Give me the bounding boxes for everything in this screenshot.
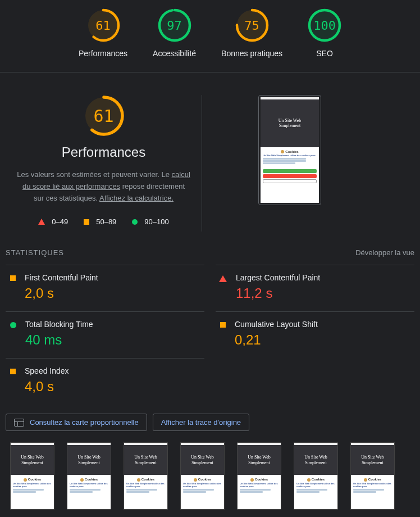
metric-name: Speed Index [25, 366, 204, 375]
summary-gauges: 61 Performances 97 Accessibilité 75 Bonn… [0, 0, 420, 72]
metric-value: 11,2 s [236, 285, 414, 301]
pass-icon [132, 219, 138, 225]
metric-name: Cumulative Layout Shift [235, 320, 414, 329]
perf-description: Les valeurs sont estimées et peuvent var… [11, 169, 196, 204]
perf-score: 61 [83, 95, 125, 137]
metric-tbt[interactable]: Total Blocking Time 40 ms [6, 311, 204, 358]
expand-view-button[interactable]: Développer la vue [355, 248, 414, 257]
filmstrip-frame[interactable]: Un Site WebSimplementCookiesUn Site Web … [180, 442, 225, 510]
filmstrip-frame[interactable]: Un Site WebSimplementCookiesUn Site Web … [350, 442, 395, 510]
filmstrip-frame[interactable]: Un Site WebSimplementCookiesUn Site Web … [67, 442, 111, 510]
gauge-best-practices[interactable]: 75 Bonnes pratiques [221, 8, 282, 58]
trace-button[interactable]: Afficher la trace d'origine [153, 414, 249, 431]
average-icon [10, 369, 16, 374]
filmstrip-frame[interactable]: Un Site WebSimplementCookiesUn Site Web … [237, 442, 281, 510]
gauge-score: 75 [235, 8, 269, 42]
gauge-score: 100 [308, 8, 341, 42]
fail-icon [38, 219, 45, 225]
average-icon [84, 219, 89, 225]
metric-si[interactable]: Speed Index 4,0 s [6, 358, 204, 405]
metric-value: 2,0 s [25, 285, 204, 301]
pass-icon [10, 322, 16, 328]
average-icon [10, 275, 16, 281]
gauge-performance[interactable]: 61 Performances [79, 8, 127, 58]
treemap-button[interactable]: Consultez la carte proportionnelle [6, 414, 147, 431]
actions-row: Consultez la carte proportionnelle Affic… [0, 405, 420, 437]
filmstrip-frame[interactable]: Un Site WebSimplementCookiesUn Site Web … [124, 442, 168, 510]
metric-name: Largest Contentful Paint [236, 273, 414, 282]
gauge-score: 61 [86, 8, 120, 42]
final-screenshot: Un Site Web Simplement Cookies Un Site W… [258, 95, 321, 205]
metric-lcp[interactable]: Largest Contentful Paint 11,2 s [216, 265, 414, 311]
filmstrip-frame[interactable]: Un Site WebSimplementCookiesUn Site Web … [294, 442, 338, 510]
filmstrip: Un Site WebSimplementCookiesUn Site Web … [0, 437, 420, 510]
gauge-accessibility[interactable]: 97 Accessibilité [153, 8, 196, 58]
gauge-label: SEO [316, 49, 333, 58]
stats-heading: STATISTIQUES [6, 248, 64, 257]
gauge-score: 97 [158, 8, 191, 42]
perf-calculator-link[interactable]: Affichez la calculatrice. [99, 194, 174, 202]
metric-value: 40 ms [25, 332, 204, 348]
score-legend: 0–49 50–89 90–100 [11, 217, 196, 226]
average-icon [220, 322, 226, 328]
treemap-icon [14, 419, 24, 427]
filmstrip-frame[interactable]: Un Site WebSimplementCookiesUn Site Web … [10, 442, 54, 510]
perf-title: Performances [11, 144, 196, 160]
metric-name: First Contentful Paint [25, 273, 204, 282]
fail-icon [219, 275, 227, 282]
metric-cls[interactable]: Cumulative Layout Shift 0,21 [216, 311, 414, 358]
metrics-grid: First Contentful Paint 2,0 s Largest Con… [0, 265, 420, 405]
gauge-label: Performances [79, 49, 127, 58]
metric-name: Total Blocking Time [25, 320, 204, 329]
performance-section: 61 Performances Les valeurs sont estimée… [0, 72, 420, 248]
metric-value: 0,21 [235, 332, 414, 348]
gauge-label: Bonnes pratiques [221, 49, 282, 58]
metric-value: 4,0 s [25, 379, 204, 394]
gauge-label: Accessibilité [153, 49, 196, 58]
metric-fcp[interactable]: First Contentful Paint 2,0 s [6, 265, 204, 311]
gauge-seo[interactable]: 100 SEO [308, 8, 341, 58]
